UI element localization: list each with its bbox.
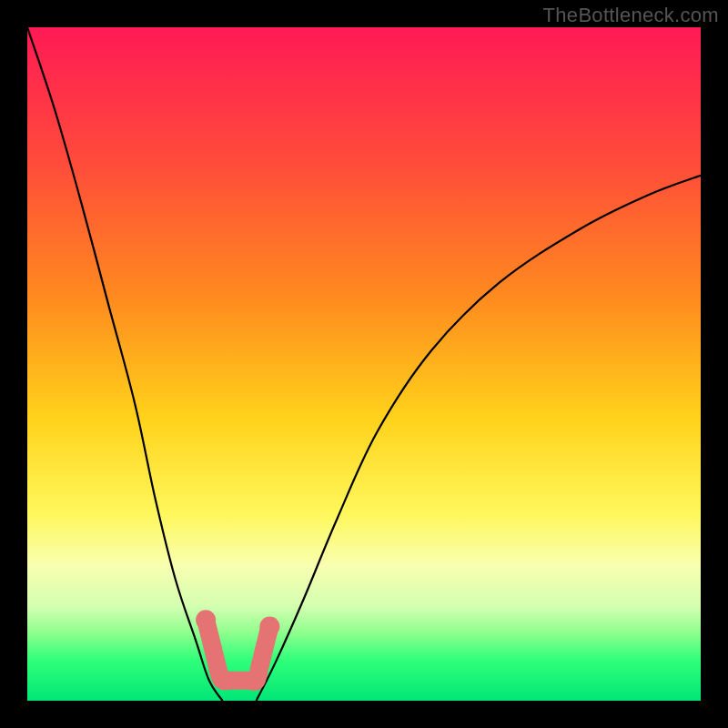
- svg-point-0: [196, 610, 216, 630]
- chart-svg: [27, 27, 701, 701]
- plot-area: [27, 27, 701, 701]
- svg-point-1: [259, 617, 279, 637]
- watermark-text: TheBottleneck.com: [543, 4, 719, 27]
- gradient-background: [27, 27, 701, 701]
- chart-frame: TheBottleneck.com: [0, 0, 728, 728]
